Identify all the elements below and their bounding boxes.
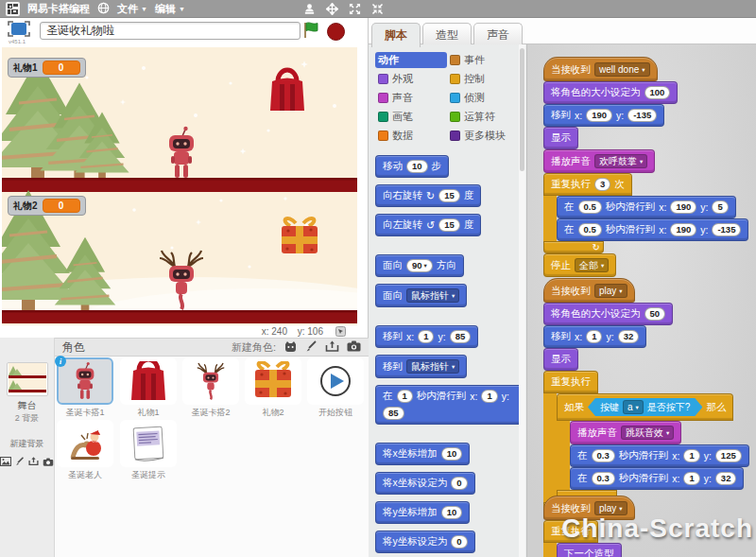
block-number-input[interactable]: 0.3	[592, 472, 615, 485]
block-number-input[interactable]: 0	[451, 477, 467, 490]
palette-block[interactable]: 移到x:1y:85	[375, 325, 478, 348]
palette-block[interactable]: 移到鼠标指针▾	[375, 355, 467, 378]
stage-viewport[interactable]: 礼物1 0 礼物2 0	[2, 47, 357, 325]
zoom-shrink-icon[interactable]	[371, 3, 384, 15]
camera-icon[interactable]	[347, 340, 361, 354]
block-number-input[interactable]: 1	[481, 390, 497, 403]
sprite-card[interactable]: 礼物1	[119, 357, 178, 419]
sprite-card[interactable]: 礼物2	[244, 357, 302, 419]
palette-block[interactable]: 将y坐标设定为0	[375, 531, 475, 553]
category-sensing[interactable]: 侦测	[447, 90, 526, 106]
sprite-card[interactable]: 圣诞提示	[119, 420, 178, 481]
category-control[interactable]: 控制	[447, 71, 526, 87]
block-number-input[interactable]: 1	[683, 449, 699, 462]
block-number-input[interactable]: 1	[683, 472, 699, 485]
sprite-card[interactable]: 开始按钮	[306, 357, 365, 419]
block-number-dropdown[interactable]: 90▾	[406, 259, 433, 272]
script-stack[interactable]: 当接收到play▾将角色的大小设定为50移到x:1y:32显示重复执行如果按键a…	[543, 278, 749, 514]
script-block[interactable]: 显示	[543, 348, 578, 371]
script-area[interactable]: 当接收到well done▾将角色的大小设定为100移到x:190y:-135显…	[527, 44, 756, 557]
block-dropdown[interactable]: 欢呼鼓掌▾	[594, 154, 647, 168]
palette-scrollbar[interactable]	[519, 44, 525, 557]
block-number-input[interactable]: 1	[397, 390, 413, 403]
sprite-info-icon[interactable]: i	[55, 356, 66, 367]
block-dropdown[interactable]: 鼠标指针▾	[406, 359, 459, 374]
block-number-input[interactable]: -135	[627, 109, 657, 122]
block-dropdown[interactable]: 全部▾	[575, 258, 609, 272]
category-data[interactable]: 数据	[375, 128, 447, 144]
app-logo-icon[interactable]	[6, 2, 20, 16]
block-number-input[interactable]: 50	[644, 307, 666, 321]
block-dropdown[interactable]: well done▾	[594, 62, 650, 77]
block-number-input[interactable]: 0.5	[578, 200, 602, 214]
menu-file[interactable]: 文件▼	[117, 2, 147, 16]
script-stack[interactable]: 当接收到play▾重复执行下一个造型等待0.1秒↻	[543, 496, 635, 557]
globe-icon[interactable]	[97, 2, 110, 16]
hat-block[interactable]: 当接收到play▾	[543, 278, 635, 303]
script-block[interactable]: 显示	[543, 127, 578, 149]
block-number-input[interactable]: 3	[594, 178, 610, 191]
stage-thumbnail[interactable]	[7, 362, 48, 396]
grow-sprite-icon[interactable]	[326, 3, 338, 15]
green-flag-button[interactable]	[302, 21, 321, 44]
block-number-input[interactable]: 15	[438, 189, 460, 202]
script-block[interactable]: 在0.3秒内滑行到x:1y:32	[570, 467, 744, 490]
category-operators[interactable]: 运算符	[447, 109, 526, 125]
block-number-input[interactable]: 1	[586, 330, 602, 343]
palette-block[interactable]: 将y坐标增加10	[375, 501, 470, 524]
script-block[interactable]: 停止全部▾	[543, 253, 616, 277]
block-number-input[interactable]: 190	[670, 223, 696, 236]
hat-block[interactable]: 当接收到play▾	[543, 496, 635, 520]
script-stack[interactable]: 当接收到well done▾将角色的大小设定为100移到x:190y:-135显…	[543, 57, 748, 277]
block-number-input[interactable]: 10	[441, 506, 463, 519]
script-block[interactable]: 在0.5秒内滑行到x:190y:5	[557, 196, 736, 218]
block-number-input[interactable]: 5	[712, 200, 728, 214]
block-number-input[interactable]: 15	[438, 218, 460, 232]
category-pen[interactable]: 画笔	[375, 109, 447, 125]
tab-scripts[interactable]: 脚本	[371, 23, 421, 47]
sprite-card[interactable]: 圣诞卡搭2	[181, 357, 240, 419]
block-number-input[interactable]: 125	[715, 449, 742, 462]
block-number-input[interactable]: 0	[451, 535, 467, 548]
select-stage-icon[interactable]	[8, 21, 30, 41]
block-number-input[interactable]: 32	[715, 472, 737, 485]
category-more-blocks[interactable]: 更多模块	[447, 128, 526, 144]
block-number-input[interactable]: 0.3	[592, 449, 615, 462]
tab-costumes[interactable]: 造型	[422, 23, 472, 46]
script-block[interactable]: 播放声音欢呼鼓掌▾	[543, 149, 655, 173]
script-block[interactable]: 播放声音跳跃音效▾	[570, 421, 681, 444]
c-block[interactable]: 重复执行3次在0.5秒内滑行到x:190y:5在0.5秒内滑行到x:190y:-…	[543, 173, 748, 253]
block-number-input[interactable]: 0.5	[578, 223, 602, 236]
block-number-input[interactable]: 32	[618, 330, 640, 343]
variable-monitor[interactable]: 礼物2 0	[8, 196, 86, 216]
category-looks[interactable]: 外观	[375, 71, 447, 87]
block-number-input[interactable]: 85	[383, 407, 404, 420]
hat-block[interactable]: 当接收到well done▾	[543, 57, 658, 81]
block-dropdown[interactable]: 鼠标指针▾	[406, 288, 459, 303]
block-dropdown[interactable]: play▾	[594, 501, 627, 515]
paintbrush-icon[interactable]	[15, 453, 25, 470]
condition-block[interactable]: 按键a▾是否按下?	[588, 398, 702, 416]
block-number-input[interactable]: 190	[670, 200, 696, 214]
palette-block[interactable]: 向左旋转↺15度	[375, 214, 481, 236]
upload-icon[interactable]	[28, 453, 39, 470]
block-dropdown[interactable]: a▾	[623, 400, 644, 414]
duplicate-stamp-icon[interactable]	[303, 3, 316, 15]
script-block[interactable]: 在0.3秒内滑行到x:1y:125	[570, 444, 749, 467]
paintbrush-icon[interactable]	[305, 340, 318, 355]
library-icon[interactable]	[284, 340, 298, 355]
script-block[interactable]: 下一个造型	[557, 543, 622, 557]
category-events[interactable]: 事件	[447, 52, 526, 68]
upload-icon[interactable]	[325, 340, 339, 355]
block-number-input[interactable]: 10	[406, 160, 428, 173]
block-number-input[interactable]: 1	[418, 330, 434, 343]
palette-block[interactable]: 移动10步	[375, 155, 449, 178]
block-dropdown[interactable]: play▾	[594, 284, 627, 298]
project-title-input[interactable]	[40, 22, 301, 40]
script-block[interactable]: 移到x:1y:32	[543, 325, 646, 348]
c-block[interactable]: 如果按键a▾是否按下?那么播放声音跳跃音效▾在0.3秒内滑行到x:1y:125在…	[557, 393, 749, 502]
palette-block[interactable]: 面向90▾方向	[375, 254, 464, 277]
script-block[interactable]: 移到x:190y:-135	[543, 104, 664, 127]
sprite-card-selected[interactable]: i 圣诞卡搭1	[56, 357, 114, 419]
block-number-input[interactable]: 85	[450, 330, 472, 343]
